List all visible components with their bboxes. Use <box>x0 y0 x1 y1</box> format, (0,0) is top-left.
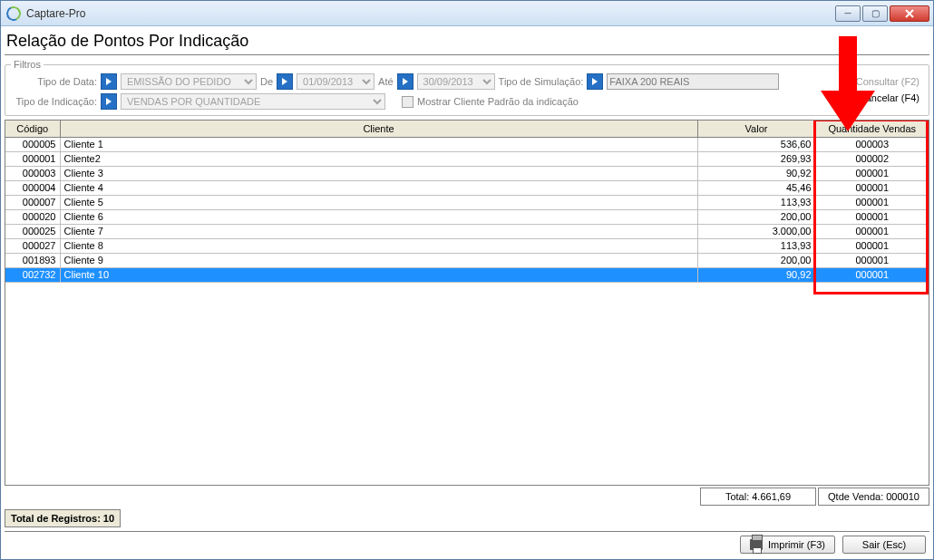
minimize-button[interactable]: ─ <box>835 5 861 22</box>
imprimir-button[interactable]: Imprimir (F3) <box>740 536 835 554</box>
divider <box>5 54 929 55</box>
titlebar: Captare-Pro ─ ▢ <box>1 1 933 26</box>
cell-cliente: Cliente 9 <box>60 253 697 267</box>
cell-cliente: Cliente 6 <box>60 209 697 224</box>
cell-cliente: Cliente 7 <box>60 224 697 238</box>
arrow-icon[interactable] <box>101 73 117 90</box>
maximize-button[interactable]: ▢ <box>862 5 888 22</box>
arrow-icon[interactable] <box>587 73 603 90</box>
table-row[interactable]: 000004Cliente 445,46000001 <box>5 180 929 195</box>
close-button[interactable] <box>890 5 929 22</box>
cell-valor: 3.000,00 <box>697 224 815 238</box>
cell-valor: 113,93 <box>697 195 815 209</box>
data-grid[interactable]: Código Cliente Valor Quantidade Vendas 0… <box>5 120 929 486</box>
cell-valor: 90,92 <box>697 267 815 282</box>
cell-cliente: Cliente 3 <box>60 166 697 180</box>
label-de: De <box>260 76 273 87</box>
cell-valor: 269,93 <box>697 151 815 166</box>
cell-codigo: 000001 <box>5 151 60 166</box>
cell-valor: 45,46 <box>697 180 815 195</box>
label-tipo-simulacao: Tipo de Simulação: <box>499 76 584 87</box>
printer-icon <box>750 539 763 550</box>
col-header-codigo[interactable]: Código <box>5 121 60 137</box>
col-header-valor[interactable]: Valor <box>697 121 815 137</box>
table-row[interactable]: 000005Cliente 1536,60000003 <box>5 137 929 151</box>
table-header-row: Código Cliente Valor Quantidade Vendas <box>5 121 929 137</box>
cell-valor: 113,93 <box>697 238 815 253</box>
cell-cliente: Cliente2 <box>60 151 697 166</box>
cell-codigo: 000025 <box>5 224 60 238</box>
cell-cliente: Cliente 10 <box>60 267 697 282</box>
checkbox-mostrar-cliente[interactable] <box>402 96 413 108</box>
col-header-qtd[interactable]: Quantidade Vendas <box>815 121 929 137</box>
cell-codigo: 002732 <box>5 267 60 282</box>
table-row[interactable]: 000020Cliente 6200,00000001 <box>5 209 929 224</box>
cell-cliente: Cliente 5 <box>60 195 697 209</box>
arrow-icon[interactable] <box>101 93 117 110</box>
total-valor: Total: 4.661,69 <box>700 488 816 506</box>
cell-qtd: 000001 <box>815 180 929 195</box>
cell-qtd: 000001 <box>815 238 929 253</box>
cancelar-button[interactable]: ✖ Cancelar (F4) <box>839 90 923 106</box>
select-tipo-indicacao[interactable]: VENDAS POR QUANTIDADE <box>121 93 385 110</box>
cell-valor: 200,00 <box>697 253 815 267</box>
select-tipo-data[interactable]: EMISSÃO DO PEDIDO <box>121 73 257 90</box>
consultar-button[interactable]: Consultar (F2) <box>836 73 923 90</box>
cell-codigo: 000027 <box>5 238 60 253</box>
input-date-ate[interactable]: 30/09/2013 <box>417 73 495 90</box>
totals-bar: Total: 4.661,69 Qtde Venda: 000010 <box>5 486 929 507</box>
input-tipo-simulacao[interactable] <box>607 73 779 90</box>
arrow-icon[interactable] <box>277 73 293 90</box>
cell-qtd: 000001 <box>815 253 929 267</box>
arrow-icon[interactable] <box>397 73 413 90</box>
cell-qtd: 000001 <box>815 195 929 209</box>
table-row[interactable]: 000001Cliente2269,93000002 <box>5 151 929 166</box>
app-icon <box>6 6 21 21</box>
cell-qtd: 000002 <box>815 151 929 166</box>
label-tipo-data: Tipo de Data: <box>11 76 97 87</box>
label-ate: Até <box>378 76 394 87</box>
cell-codigo: 000004 <box>5 180 60 195</box>
filters-fieldset: Filtros Tipo de Data: EMISSÃO DO PEDIDO … <box>5 59 929 116</box>
cell-codigo: 000020 <box>5 209 60 224</box>
label-mostrar-cliente: Mostrar Cliente Padrão da indicação <box>417 96 579 107</box>
cell-codigo: 000005 <box>5 137 60 151</box>
window-title: Captare-Pro <box>26 7 85 20</box>
page-title: Relação de Pontos Por Indicação <box>5 30 929 54</box>
input-date-de[interactable]: 01/09/2013 <box>297 73 375 90</box>
table-row[interactable]: 000025Cliente 73.000,00000001 <box>5 224 929 238</box>
cell-qtd: 000001 <box>815 267 929 282</box>
filters-legend: Filtros <box>11 59 44 70</box>
bottom-bar: Imprimir (F3) Sair (Esc) <box>5 531 929 559</box>
cell-valor: 536,60 <box>697 137 815 151</box>
table-row[interactable]: 002732Cliente 1090,92000001 <box>5 267 929 282</box>
cell-valor: 90,92 <box>697 166 815 180</box>
cell-codigo: 000007 <box>5 195 60 209</box>
total-qtd: Qtde Venda: 000010 <box>818 488 929 506</box>
app-window: Captare-Pro ─ ▢ Relação de Pontos Por In… <box>0 0 934 560</box>
table-row[interactable]: 000027Cliente 8113,93000001 <box>5 238 929 253</box>
cancel-icon: ✖ <box>842 92 855 104</box>
reg-count: Total de Registros: 10 <box>5 509 121 527</box>
table-row[interactable]: 000003Cliente 390,92000001 <box>5 166 929 180</box>
close-icon <box>905 9 914 18</box>
cell-cliente: Cliente 8 <box>60 238 697 253</box>
cell-qtd: 000003 <box>815 137 929 151</box>
table-row[interactable]: 001893Cliente 9200,00000001 <box>5 253 929 267</box>
col-header-cliente[interactable]: Cliente <box>60 121 697 137</box>
table-row[interactable]: 000007Cliente 5113,93000001 <box>5 195 929 209</box>
cell-qtd: 000001 <box>815 166 929 180</box>
cell-valor: 200,00 <box>697 209 815 224</box>
search-icon <box>840 75 852 88</box>
label-tipo-indicacao: Tipo de Indicação: <box>11 96 97 107</box>
cell-qtd: 000001 <box>815 224 929 238</box>
cell-cliente: Cliente 1 <box>60 137 697 151</box>
cell-codigo: 000003 <box>5 166 60 180</box>
cell-qtd: 000001 <box>815 209 929 224</box>
cell-codigo: 001893 <box>5 253 60 267</box>
cell-cliente: Cliente 4 <box>60 180 697 195</box>
sair-button[interactable]: Sair (Esc) <box>842 536 926 554</box>
